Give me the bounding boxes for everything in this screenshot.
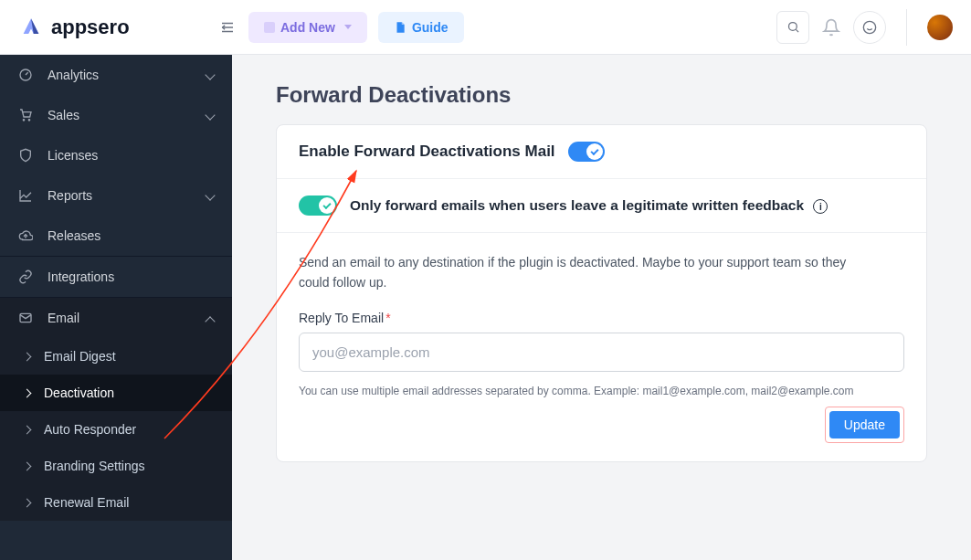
sidebar-item-label: Integrations [47,269,114,284]
gauge-icon [18,68,37,82]
page-title: Forward Deactivations [276,82,927,108]
sidebar-item-label: Licenses [47,148,98,163]
required-marker: * [385,311,390,325]
sidebar-sub-renewal[interactable]: Renewal Email [0,484,232,521]
notifications-button[interactable] [822,18,840,37]
smile-icon [862,20,877,35]
sidebar-item-label: Releases [47,228,100,243]
settings-card: Enable Forward Deactivations Mail Only f… [276,124,927,462]
sidebar-sub-deactivation[interactable]: Deactivation [0,375,232,411]
sidebar-item-releases[interactable]: Releases [0,216,232,256]
sidebar-item-label: Analytics [47,68,99,82]
reply-to-email-input[interactable] [299,333,904,372]
description-text: Send an email to any destination if the … [299,253,847,292]
sidebar-sub-label: Auto Responder [44,422,136,437]
info-icon[interactable]: i [813,199,828,214]
svg-point-10 [28,120,29,121]
sidebar-item-email[interactable]: Email [0,298,232,338]
update-label: Update [844,417,885,432]
sidebar-sub-autoresponder[interactable]: Auto Responder [0,411,232,448]
add-new-icon [264,22,275,33]
update-button[interactable]: Update [829,411,900,438]
chart-icon [18,188,37,203]
svg-point-3 [788,23,797,31]
guide-label: Guide [412,20,449,35]
user-avatar[interactable] [927,15,953,40]
svg-point-5 [863,21,875,33]
only-forward-toggle[interactable] [299,195,337,216]
logo-mark-icon [18,15,44,40]
guide-button[interactable]: Guide [378,12,464,43]
svg-point-9 [23,120,24,121]
sidebar-sub-email-digest[interactable]: Email Digest [0,338,232,375]
main-content: Forward Deactivations Enable Forward Dea… [232,55,971,560]
sidebar-sub-label: Renewal Email [44,495,129,510]
sidebar-item-label: Sales [47,108,79,122]
enable-forward-label: Enable Forward Deactivations Mail [299,143,555,161]
enable-forward-toggle[interactable] [568,142,605,162]
sidebar-item-integrations[interactable]: Integrations [0,257,232,297]
reply-to-hint: You can use multiple email addresses sep… [299,385,904,397]
sidebar-sub-label: Email Digest [44,349,116,364]
sidebar: Analytics Sales Licenses Reports Release… [0,55,232,560]
cart-icon [18,108,37,122]
only-forward-label: Only forward emails when users leave a l… [350,197,904,215]
sidebar-item-label: Email [47,311,79,325]
help-button[interactable] [853,11,886,44]
sidebar-item-reports[interactable]: Reports [0,175,232,216]
link-icon [18,269,37,284]
sidebar-sub-branding[interactable]: Branding Settings [0,448,232,484]
shield-icon [18,148,37,163]
bell-icon [822,18,840,37]
only-forward-text: Only forward emails when users leave a l… [350,197,804,213]
chevron-down-icon [344,25,352,29]
logo-text: appsero [51,16,130,39]
search-icon [786,20,800,34]
sidebar-item-analytics[interactable]: Analytics [0,55,232,95]
reply-to-label: Reply To Email* [299,311,904,325]
svg-line-4 [796,29,798,32]
cloud-upload-icon [18,228,37,243]
sidebar-item-licenses[interactable]: Licenses [0,135,232,175]
sidebar-sub-label: Branding Settings [44,459,145,473]
sidebar-item-sales[interactable]: Sales [0,95,232,135]
sidebar-item-label: Reports [47,188,92,203]
add-new-button[interactable]: Add New [248,12,367,43]
app-logo[interactable]: appsero [18,15,219,40]
divider [906,9,907,46]
sidebar-sub-label: Deactivation [44,386,114,400]
update-highlight: Update [825,407,904,443]
sidebar-collapse-icon[interactable] [219,19,236,36]
search-button[interactable] [776,11,809,44]
add-new-label: Add New [280,20,335,35]
file-icon [394,21,406,34]
mail-icon [18,311,37,325]
reply-to-label-text: Reply To Email [299,311,384,325]
